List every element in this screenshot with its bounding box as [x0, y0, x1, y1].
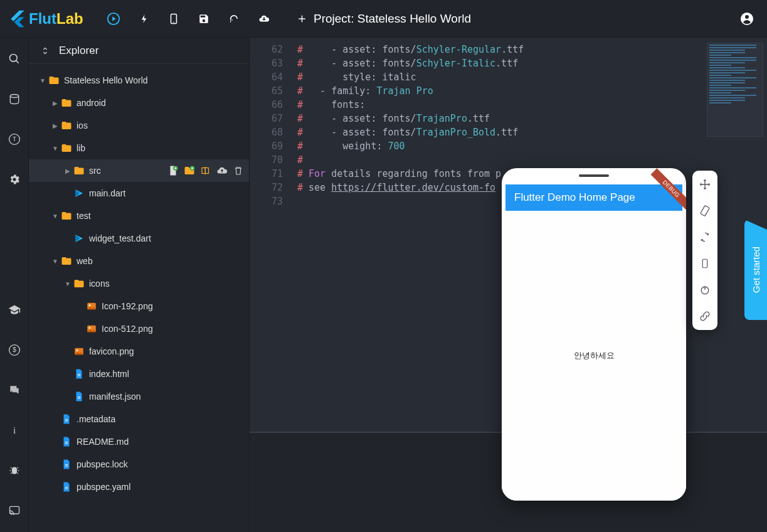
- bug-rail-button[interactable]: [3, 459, 26, 482]
- svg-point-21: [77, 349, 78, 351]
- rename-action[interactable]: [199, 164, 213, 178]
- file-icon: [73, 391, 85, 402]
- tree-folder[interactable]: ▶src: [29, 159, 249, 182]
- unfold-icon[interactable]: [40, 46, 50, 56]
- tree-folder[interactable]: ▼web: [29, 250, 249, 272]
- file-icon: [73, 368, 85, 380]
- emulator-reload-button[interactable]: [697, 230, 712, 245]
- tree-folder[interactable]: ▼test: [29, 205, 249, 227]
- tree-file[interactable]: pubspec.yaml: [29, 476, 249, 498]
- svg-rect-22: [701, 205, 710, 216]
- tree-folder[interactable]: ▼lib: [29, 137, 249, 159]
- new-file-icon: [167, 165, 179, 176]
- tree-label: widget_test.dart: [89, 233, 151, 243]
- smartphone-icon: [168, 12, 179, 26]
- project-prefix: Project:: [314, 12, 354, 25]
- svg-point-19: [89, 327, 91, 329]
- tree-arrow-icon: ▼: [50, 258, 60, 265]
- tree-file[interactable]: manifest.json: [29, 385, 249, 408]
- project-title[interactable]: Project: Stateless Hello World: [296, 12, 471, 26]
- tree-arrow-icon: ▼: [63, 280, 73, 287]
- tree-file[interactable]: main.dart: [29, 182, 249, 205]
- tree-folder[interactable]: ▼Stateless Hello World: [29, 69, 249, 92]
- tree-label: android: [77, 98, 106, 108]
- tree-label: README.md: [77, 437, 129, 447]
- tree-file[interactable]: pubspec.lock: [29, 453, 249, 476]
- tree-label: web: [77, 256, 93, 266]
- emulator-power-button[interactable]: [697, 282, 712, 297]
- billing-rail-button[interactable]: $: [3, 339, 26, 361]
- trash-icon: [233, 165, 244, 176]
- tree-label: test: [77, 211, 91, 221]
- learn-rail-button[interactable]: [3, 299, 26, 321]
- emulator-rotate-button[interactable]: [697, 203, 712, 218]
- folder-icon: [61, 120, 72, 131]
- code-content[interactable]: # - asset: fonts/Schyler-Regular.ttf# - …: [290, 38, 524, 432]
- tree-file[interactable]: README.md: [29, 430, 249, 453]
- tree-folder[interactable]: ▶android: [29, 92, 249, 114]
- new-file-action[interactable]: [166, 164, 180, 178]
- device-button[interactable]: [161, 6, 186, 31]
- file-icon: [61, 481, 72, 492]
- run-button[interactable]: [101, 6, 126, 31]
- save-button[interactable]: [191, 6, 216, 31]
- tree-file[interactable]: Icon-192.png: [29, 295, 249, 317]
- hot-reload-button[interactable]: [131, 6, 156, 31]
- cast-icon: [8, 504, 21, 517]
- chat-rail-button[interactable]: [3, 379, 26, 402]
- svg-text:T: T: [13, 136, 16, 142]
- tree-file[interactable]: .metadata: [29, 408, 249, 430]
- svg-point-17: [89, 304, 91, 306]
- tree-file[interactable]: widget_test.dart: [29, 227, 249, 250]
- image-file-icon: [86, 323, 97, 334]
- folder-icon: [61, 255, 72, 267]
- tree-arrow-icon: ▼: [50, 145, 60, 152]
- delete-action[interactable]: [231, 164, 245, 178]
- dart-file-icon: [73, 233, 85, 244]
- rotate-screen-icon: [699, 205, 711, 217]
- database-rail-button[interactable]: [3, 88, 26, 110]
- dart-file-icon: [73, 188, 85, 199]
- account-button[interactable]: [734, 6, 759, 31]
- svg-rect-23: [702, 259, 707, 268]
- file-tree: ▼Stateless Hello World▶android▶ios▼lib▶s…: [29, 64, 249, 532]
- info-rail-button[interactable]: i: [3, 419, 26, 442]
- svg-text:$: $: [13, 346, 16, 353]
- bolt-icon: [138, 13, 149, 24]
- cloud-download-button[interactable]: [251, 6, 277, 31]
- debug-banner: DEBUG: [651, 168, 686, 209]
- logo[interactable]: FlutLab: [8, 9, 83, 29]
- settings-rail-button[interactable]: [3, 168, 26, 191]
- cloud-action[interactable]: [215, 164, 229, 178]
- image-file-icon: [86, 301, 97, 312]
- new-folder-action[interactable]: [182, 164, 196, 178]
- tree-label: Icon-512.png: [102, 324, 153, 334]
- emulator-device[interactable]: Flutter Demo Home Page DEBUG 안녕하세요: [502, 168, 686, 501]
- tree-file[interactable]: Icon-512.png: [29, 317, 249, 340]
- emulator-frame-button[interactable]: [697, 256, 712, 271]
- tree-folder[interactable]: ▼icons: [29, 272, 249, 295]
- link-icon: [699, 310, 711, 322]
- topbar: FlutLab Project: Stateless Hello World: [0, 0, 767, 38]
- rename-icon: [200, 165, 211, 176]
- image-file-icon: [73, 346, 85, 357]
- tree-file[interactable]: favicon.png: [29, 340, 249, 363]
- cast-rail-button[interactable]: [3, 499, 26, 522]
- refresh-button[interactable]: [221, 6, 246, 31]
- file-icon: [61, 413, 72, 425]
- type-rail-button[interactable]: T: [3, 128, 26, 151]
- get-started-tab[interactable]: Get started: [744, 220, 767, 320]
- tree-folder[interactable]: ▶ios: [29, 114, 249, 137]
- search-rail-button[interactable]: [3, 48, 26, 70]
- project-name: Stateless Hello World: [357, 12, 471, 25]
- tree-label: icons: [89, 279, 110, 289]
- save-icon: [198, 13, 209, 24]
- emulator-body-text: 안녕하세요: [574, 350, 615, 361]
- minimap[interactable]: [707, 43, 763, 137]
- tree-arrow-icon: ▶: [63, 168, 73, 174]
- tree-label: pubspec.yaml: [77, 482, 130, 492]
- gutter: 626364656667686970717273: [250, 38, 290, 432]
- emulator-link-button[interactable]: [697, 309, 712, 324]
- tree-file[interactable]: index.html: [29, 363, 249, 385]
- emulator-move-button[interactable]: [697, 177, 712, 192]
